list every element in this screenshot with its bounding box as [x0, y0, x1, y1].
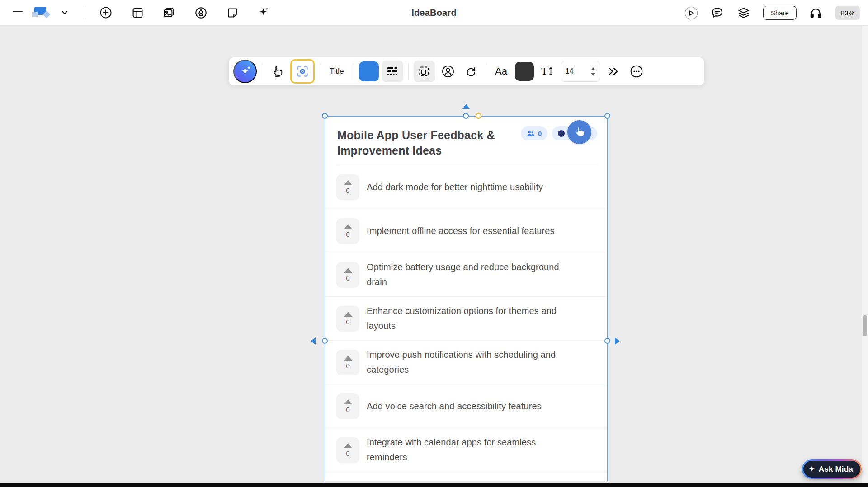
hamburger-menu-icon[interactable] — [11, 6, 24, 19]
vote-count: 0 — [346, 230, 349, 238]
upvote-arrow-icon — [344, 268, 352, 273]
upvote-arrow-icon — [344, 312, 352, 317]
card-title: Mobile App User Feedback & Improvement I… — [337, 127, 495, 158]
vote-count: 0 — [346, 406, 349, 413]
idea-row: 0 Optimize battery usage and reduce back… — [326, 253, 607, 297]
ai-sparkles-icon[interactable] — [257, 6, 271, 19]
upvote-button[interactable]: 0 — [336, 306, 359, 332]
idea-board-card[interactable]: Mobile App User Feedback & Improvement I… — [325, 116, 608, 481]
idea-text: Improve push notifications with scheduli… — [367, 347, 571, 377]
add-plus-circle-icon[interactable] — [99, 6, 113, 19]
more-options-icon[interactable] — [627, 61, 646, 82]
window-bottom-edge — [0, 483, 868, 487]
stepper-down-icon[interactable] — [591, 73, 595, 76]
redo-icon[interactable] — [461, 61, 481, 82]
idea-text: Add voice search and accessibility featu… — [367, 399, 542, 414]
upvote-button[interactable]: 0 — [336, 350, 359, 375]
text-color-swatch[interactable] — [514, 61, 534, 82]
ask-mida-container[interactable]: ✦ Ask Mida — [802, 459, 862, 479]
header-divider — [337, 165, 597, 165]
template-layout-icon[interactable] — [131, 6, 144, 19]
vote-count: 0 — [346, 362, 349, 370]
upvote-button[interactable]: 0 — [336, 437, 359, 463]
font-size-stepper — [561, 61, 600, 82]
focus-center-tool-selected[interactable] — [290, 59, 315, 84]
insert-tools — [99, 6, 271, 19]
ask-mida-label: Ask Mida — [819, 465, 853, 474]
toolbar-divider — [408, 63, 409, 80]
upvote-arrow-icon — [344, 443, 352, 448]
app-logo — [31, 6, 52, 19]
expand-arrow-up-icon[interactable] — [462, 104, 470, 109]
zoom-level-badge[interactable]: 83% — [835, 6, 860, 20]
upvote-button[interactable]: 0 — [336, 262, 359, 288]
scrollbar-thumb[interactable] — [863, 315, 867, 336]
vote-count: 0 — [346, 187, 349, 194]
image-icon[interactable] — [162, 6, 176, 19]
font-family-button[interactable]: Aa — [491, 61, 511, 82]
audio-headphones-icon[interactable] — [809, 6, 823, 20]
present-play-icon[interactable] — [684, 6, 698, 20]
selection-handle-mid-left[interactable] — [322, 338, 328, 344]
stepper-up-icon[interactable] — [591, 67, 595, 70]
upvote-button[interactable]: 0 — [336, 218, 359, 244]
expand-toolbar-chevrons[interactable] — [604, 61, 623, 82]
people-icon — [527, 130, 535, 137]
ask-mida-button[interactable]: ✦ Ask Mida — [803, 461, 860, 478]
dark-swatch — [515, 62, 534, 81]
collaborator-avatar-button[interactable] — [438, 61, 458, 82]
toolbar-divider — [354, 63, 354, 80]
remote-selection-handle[interactable] — [476, 113, 481, 119]
toolbar-divider — [486, 63, 486, 80]
blue-swatch — [359, 61, 379, 81]
idea-text: Enhance customization options for themes… — [367, 304, 571, 333]
select-hand-tool[interactable] — [267, 61, 287, 82]
upvote-button[interactable]: 0 — [336, 393, 359, 419]
idea-text: Integrate with calendar apps for seamles… — [367, 435, 571, 465]
idea-text: Optimize battery usage and reduce backgr… — [367, 260, 571, 290]
expand-arrow-right-icon[interactable] — [615, 337, 620, 345]
sparkle-small-icon: ✦ — [247, 65, 251, 71]
idea-row: 0 Add voice search and accessibility fea… — [326, 384, 607, 428]
idea-text: Add dark mode for better nighttime usabi… — [367, 180, 543, 195]
card-header: Mobile App User Feedback & Improvement I… — [326, 117, 607, 165]
text-size-button[interactable]: T — [538, 61, 557, 82]
pointing-hand-icon — [573, 126, 585, 138]
fill-color-swatch[interactable] — [359, 61, 379, 82]
remote-cursor-pointer — [567, 120, 591, 144]
vote-count: 0 — [346, 318, 349, 326]
font-size-input[interactable] — [566, 67, 582, 75]
page-title: IdeaBoard — [411, 8, 457, 18]
selection-handle-top-right[interactable] — [604, 113, 610, 119]
upvote-arrow-icon — [344, 399, 352, 404]
vote-count: 0 — [346, 450, 349, 457]
selection-handle-top-center[interactable] — [463, 113, 469, 119]
layers-icon[interactable] — [737, 6, 750, 20]
expand-arrow-left-icon[interactable] — [311, 337, 316, 345]
list-style-button[interactable] — [382, 61, 403, 82]
context-toolbar: ✦ ✦ Title — [229, 57, 704, 85]
board-switcher-chevron-down-icon[interactable] — [58, 6, 71, 19]
pen-tool-icon[interactable] — [194, 6, 208, 19]
top-app-bar: IdeaBoard Share 83% — [0, 0, 868, 26]
comments-icon[interactable] — [711, 6, 724, 20]
idea-row: 0 Enhance customization options for them… — [326, 297, 607, 341]
vertical-scrollbar — [862, 26, 868, 483]
idea-row: 0 Integrate with calendar apps for seaml… — [326, 428, 607, 472]
toolbar-divider — [320, 63, 320, 80]
stepper-arrows[interactable] — [591, 67, 595, 76]
selection-handle-mid-right[interactable] — [604, 338, 610, 344]
idea-text: Implement offline access for essential f… — [367, 224, 555, 239]
toolbar-divider — [262, 63, 262, 80]
mida-sparkle-icon: ✦ — [809, 465, 815, 473]
resize-frame-button[interactable] — [414, 61, 435, 82]
votes-dot-icon — [558, 130, 565, 137]
ai-assistant-button[interactable]: ✦ ✦ — [233, 60, 257, 83]
share-button[interactable]: Share — [763, 6, 797, 20]
collaborators-badge: 0 — [521, 126, 547, 140]
topbar-divider — [85, 6, 85, 19]
selection-handle-top-left[interactable] — [322, 113, 328, 119]
upvote-button[interactable]: 0 — [336, 174, 359, 200]
sticky-note-icon[interactable] — [226, 6, 239, 19]
title-style-button[interactable]: Title — [325, 61, 349, 82]
